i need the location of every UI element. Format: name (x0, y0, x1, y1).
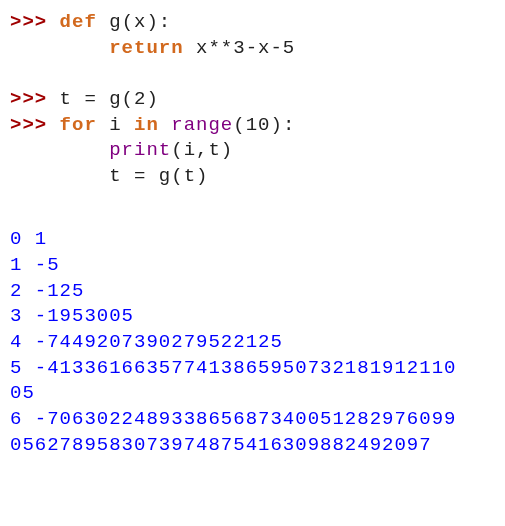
output-line-1: 1 -5 (10, 253, 495, 279)
builtin-print: print (109, 139, 171, 161)
code-text: g(x): (97, 11, 171, 33)
code-block: >>> def g(x): return x**3-x-5 >>> t = g(… (10, 10, 495, 189)
code-line-1: >>> def g(x): (10, 10, 495, 36)
code-text: t = g(t) (109, 165, 208, 187)
code-text: t = g(2) (60, 88, 159, 110)
code-text: x**3-x-5 (184, 37, 296, 59)
keyword-return: return (109, 37, 183, 59)
output-line-5: 5 -413361663577413865950732181912110 05 (10, 356, 495, 407)
builtin-range: range (159, 114, 233, 136)
output-line-4: 4 -7449207390279522125 (10, 330, 495, 356)
output-block: 0 1 1 -5 2 -125 3 -1953005 4 -7449207390… (10, 227, 495, 458)
code-line-2: return x**3-x-5 (10, 36, 495, 62)
code-line-4: >>> for i in range(10): (10, 113, 495, 139)
indent (10, 139, 109, 161)
indent (10, 165, 109, 187)
code-line-6: t = g(t) (10, 164, 495, 190)
code-line-3: >>> t = g(2) (10, 87, 495, 113)
output-line-0: 0 1 (10, 227, 495, 253)
keyword-def: def (60, 11, 97, 33)
blank-line (10, 61, 495, 87)
keyword-for: for (60, 114, 97, 136)
code-text: (10): (233, 114, 295, 136)
code-text: (i,t) (171, 139, 233, 161)
code-line-5: print(i,t) (10, 138, 495, 164)
output-line-2: 2 -125 (10, 279, 495, 305)
keyword-in: in (134, 114, 159, 136)
code-text: i (97, 114, 134, 136)
prompt: >>> (10, 114, 60, 136)
prompt: >>> (10, 88, 60, 110)
output-line-6: 6 -706302248933865687340051282976099 056… (10, 407, 495, 458)
output-line-3: 3 -1953005 (10, 304, 495, 330)
prompt: >>> (10, 11, 60, 33)
indent (10, 37, 109, 59)
